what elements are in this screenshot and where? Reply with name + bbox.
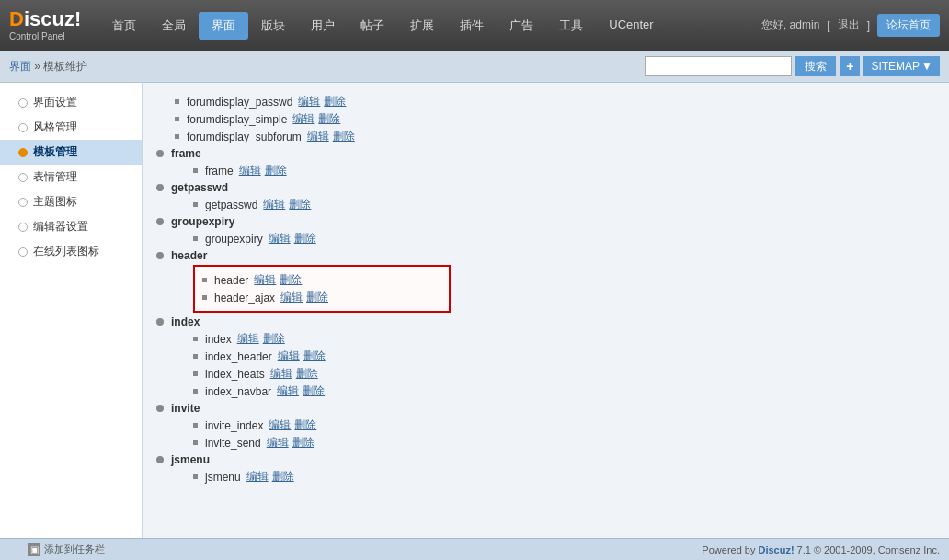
template-name: forumdisplay_passwd <box>187 96 292 109</box>
edit-link[interactable]: 编辑 <box>270 366 292 382</box>
main-nav: 首页 全局 界面 版块 用户 帖子 扩展 插件 广告 工具 UCenter <box>99 12 761 40</box>
delete-link[interactable]: 删除 <box>318 111 340 127</box>
group-bullet <box>156 252 164 259</box>
delete-link[interactable]: 删除 <box>294 231 316 246</box>
nav-board[interactable]: 版块 <box>248 12 298 40</box>
group-bullet <box>156 405 164 412</box>
delete-link[interactable]: 删除 <box>280 272 302 288</box>
nav-post[interactable]: 帖子 <box>348 12 397 40</box>
sidebar-item-emotion-management[interactable]: 表情管理 <box>0 165 142 189</box>
bracket-open: [ <box>827 19 829 32</box>
delete-link[interactable]: 删除 <box>296 366 318 382</box>
item-bullet <box>193 474 198 479</box>
logout-link[interactable]: 退出 <box>838 17 860 33</box>
group-name: index <box>171 315 200 328</box>
group-header-row: header <box>156 249 935 262</box>
delete-link[interactable]: 删除 <box>272 469 294 485</box>
logo: Discuz! <box>9 9 81 29</box>
edit-link[interactable]: 编辑 <box>292 111 314 127</box>
delete-link[interactable]: 删除 <box>306 290 328 305</box>
edit-link[interactable]: 编辑 <box>267 435 289 451</box>
group-name: jsmenu <box>171 453 210 466</box>
sidebar-label: 在线列表图标 <box>33 244 99 259</box>
delete-link[interactable]: 删除 <box>263 331 285 347</box>
item-bullet <box>202 278 207 282</box>
sidebar-bullet <box>18 98 28 108</box>
template-name: groupexpiry <box>205 233 263 246</box>
sidebar-item-editor-settings[interactable]: 编辑器设置 <box>0 214 142 239</box>
delete-link[interactable]: 删除 <box>292 435 314 451</box>
delete-link[interactable]: 删除 <box>294 417 316 433</box>
group-bullet <box>156 150 164 157</box>
sidebar-item-style-management[interactable]: 风格管理 <box>0 115 142 140</box>
item-bullet <box>193 440 198 445</box>
template-name: index_heats <box>205 368 265 381</box>
sitemap-arrow: ▼ <box>921 60 932 73</box>
top-right-area: 您好, admin [ 退出 ] 论坛首页 <box>761 14 940 37</box>
breadcrumb-interface[interactable]: 界面 <box>9 60 31 73</box>
search-button[interactable]: 搜索 <box>795 56 836 76</box>
delete-link[interactable]: 删除 <box>303 383 325 399</box>
group-name: getpasswd <box>171 181 228 194</box>
sidebar-bullet <box>18 198 28 207</box>
nav-home[interactable]: 首页 <box>99 12 149 40</box>
group-bullet <box>156 184 164 191</box>
powered-by: Powered by Discuz! 7.1 © 2001-2009, Coms… <box>702 544 940 555</box>
group-header-row: getpasswd <box>156 181 935 194</box>
item-bullet <box>193 423 198 428</box>
item-bullet <box>193 202 198 207</box>
delete-link[interactable]: 删除 <box>333 129 355 144</box>
edit-link[interactable]: 编辑 <box>280 290 303 305</box>
sidebar-item-template-management[interactable]: 模板管理 <box>0 140 142 165</box>
template-group-header: header header 编辑 删除 header_ajax 编辑 删除 <box>156 249 935 313</box>
sidebar-item-online-list-icons[interactable]: 在线列表图标 <box>0 239 142 264</box>
delete-link[interactable]: 删除 <box>265 163 287 178</box>
edit-link[interactable]: 编辑 <box>269 231 291 246</box>
delete-link[interactable]: 删除 <box>289 197 311 212</box>
delete-link[interactable]: 删除 <box>324 94 346 109</box>
sitemap-button[interactable]: SITEMAP ▼ <box>863 56 940 76</box>
group-header-row: jsmenu <box>156 453 935 466</box>
nav-extend[interactable]: 扩展 <box>397 12 447 40</box>
group-items: invite_index 编辑 删除 invite_send 编辑 删除 <box>156 417 935 451</box>
edit-link[interactable]: 编辑 <box>277 383 299 399</box>
search-area: 搜索 + SITEMAP ▼ <box>645 56 940 76</box>
group-bullet <box>156 456 164 463</box>
nav-plugin[interactable]: 插件 <box>447 12 497 40</box>
nav-ad[interactable]: 广告 <box>497 12 546 40</box>
edit-link[interactable]: 编辑 <box>254 272 276 288</box>
edit-link[interactable]: 编辑 <box>246 469 269 485</box>
template-name: frame <box>205 165 234 177</box>
edit-link[interactable]: 编辑 <box>239 163 261 178</box>
forum-home-button[interactable]: 论坛首页 <box>877 14 940 37</box>
edit-link[interactable]: 编辑 <box>278 349 300 364</box>
nav-interface[interactable]: 界面 <box>199 12 248 40</box>
list-item: index_heats 编辑 删除 <box>193 366 935 382</box>
sidebar-item-theme-icons[interactable]: 主题图标 <box>0 189 142 214</box>
item-bullet <box>193 236 198 241</box>
sidebar-label: 模板管理 <box>33 144 77 160</box>
add-button[interactable]: + <box>840 56 860 76</box>
template-group-groupexpiry: groupexpiry groupexpiry 编辑 删除 <box>156 215 935 246</box>
nav-tools[interactable]: 工具 <box>546 12 596 40</box>
edit-link[interactable]: 编辑 <box>298 94 320 109</box>
template-name: index <box>205 333 232 346</box>
nav-user[interactable]: 用户 <box>298 12 348 40</box>
nav-global[interactable]: 全局 <box>149 12 199 40</box>
template-name: getpasswd <box>205 199 257 211</box>
add-task-bar[interactable]: ▣ 添加到任务栏 <box>28 543 105 556</box>
template-name: index_navbar <box>205 385 271 398</box>
sidebar-item-interface-settings[interactable]: 界面设置 <box>0 90 142 115</box>
search-input[interactable] <box>645 56 792 76</box>
list-item: forumdisplay_subforum 编辑 删除 <box>175 129 935 144</box>
edit-link[interactable]: 编辑 <box>307 129 329 144</box>
edit-link[interactable]: 编辑 <box>237 331 259 347</box>
edit-link[interactable]: 编辑 <box>269 417 291 433</box>
copyright: © 2001-2009, Comsenz Inc. <box>814 544 940 555</box>
sidebar-label: 表情管理 <box>33 169 77 185</box>
delete-link[interactable]: 删除 <box>303 349 326 364</box>
group-items: index 编辑 删除 index_header 编辑 删除 index_hea… <box>156 331 935 399</box>
edit-link[interactable]: 编辑 <box>263 197 285 212</box>
discuz-link[interactable]: Discuz! <box>758 544 794 555</box>
nav-ucenter[interactable]: UCenter <box>596 12 666 40</box>
